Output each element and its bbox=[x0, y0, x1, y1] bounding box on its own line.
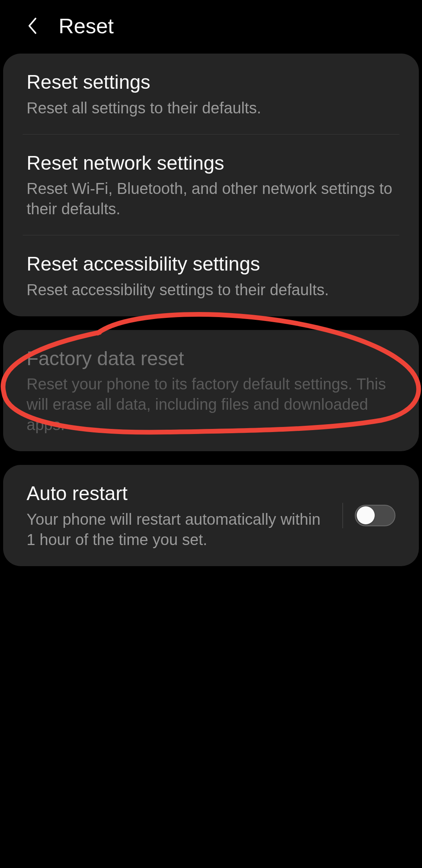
item-desc: Your phone will restart automatically wi… bbox=[27, 509, 331, 550]
toggle-wrap bbox=[342, 503, 395, 528]
auto-restart-item[interactable]: Auto restart Your phone will restart aut… bbox=[3, 465, 419, 566]
item-title: Factory data reset bbox=[27, 346, 395, 371]
auto-restart-toggle[interactable] bbox=[355, 505, 395, 526]
toggle-knob bbox=[357, 506, 375, 524]
vertical-separator bbox=[342, 503, 343, 528]
factory-data-reset-item[interactable]: Factory data reset Reset your phone to i… bbox=[3, 330, 419, 452]
settings-card-1: Reset settings Reset all settings to the… bbox=[3, 54, 419, 316]
settings-card-2: Factory data reset Reset your phone to i… bbox=[3, 330, 419, 452]
reset-settings-item[interactable]: Reset settings Reset all settings to the… bbox=[3, 54, 419, 135]
item-title: Auto restart bbox=[27, 481, 331, 506]
item-desc: Reset Wi-Fi, Bluetooth, and other networ… bbox=[27, 178, 395, 219]
settings-card-3: Auto restart Your phone will restart aut… bbox=[3, 465, 419, 566]
header: Reset bbox=[0, 0, 422, 54]
item-desc: Reset all settings to their defaults. bbox=[27, 98, 395, 118]
item-title: Reset network settings bbox=[27, 151, 395, 176]
item-title: Reset accessibility settings bbox=[27, 252, 395, 276]
back-icon[interactable] bbox=[23, 17, 41, 35]
item-title: Reset settings bbox=[27, 70, 395, 95]
page-title: Reset bbox=[59, 14, 114, 38]
item-desc: Reset accessibility settings to their de… bbox=[27, 280, 395, 300]
reset-network-settings-item[interactable]: Reset network settings Reset Wi-Fi, Blue… bbox=[3, 135, 419, 236]
item-desc: Reset your phone to its factory default … bbox=[27, 374, 395, 435]
reset-accessibility-settings-item[interactable]: Reset accessibility settings Reset acces… bbox=[3, 235, 419, 316]
